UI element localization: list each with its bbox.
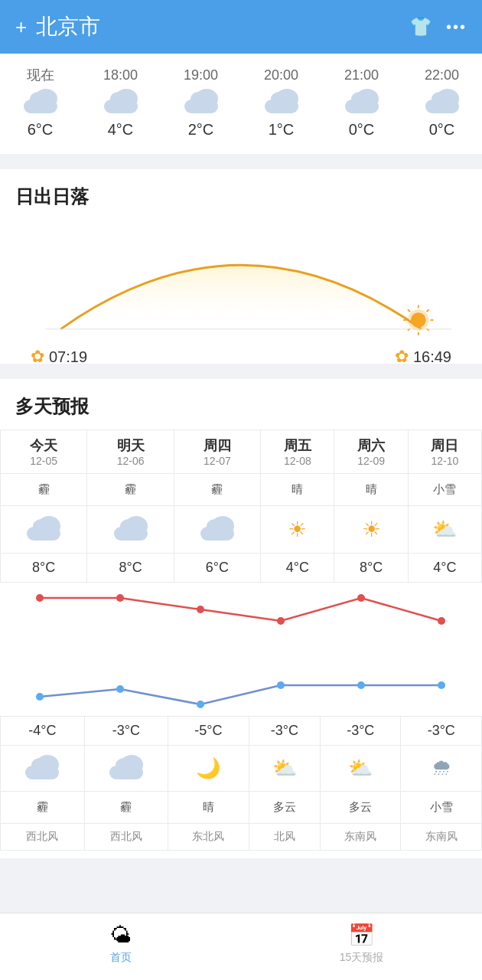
sunset-sun-icon: ✿: [395, 347, 409, 367]
hourly-icon-col-0: [0, 92, 80, 113]
forecast-high-1: 8°C: [87, 554, 174, 583]
night-partly-4: ⛅: [348, 756, 373, 780]
forecast-low-table: -4°C -3°C -5°C -3°C -3°C -3°C 🌙 ⛅ ⛅ 🌨 霾 …: [0, 716, 482, 851]
sunrise-time-text: 07:19: [49, 348, 87, 366]
sunrise-time: ✿ 07:19: [31, 347, 87, 367]
hourly-times-row: 现在 18:00 19:00 20:00 21:00 22:00: [0, 61, 482, 89]
hourly-temp-col-3: 1°C: [241, 116, 321, 143]
forecast-title: 多天预报: [0, 394, 482, 419]
clothing-icon[interactable]: 👕: [409, 16, 432, 38]
night-label-4: 多云: [321, 792, 401, 824]
hourly-col-3: 20:00: [241, 63, 321, 88]
sunrise-arc-svg: [31, 223, 451, 338]
forecast-nav-label: 15天预报: [340, 951, 384, 965]
trend-dot-high-0: [36, 594, 44, 602]
trend-dot-high-2: [197, 606, 204, 613]
hourly-temp-col-4: 0°C: [321, 116, 402, 143]
night-icon-3: ⛅: [249, 746, 320, 792]
add-city-button[interactable]: +: [15, 15, 27, 39]
forecast-day-row: 今天 12-05 明天 12-06 周四 12-07 周五 12-08 周六: [1, 430, 482, 474]
nav-home[interactable]: 🌤 首页: [0, 923, 241, 965]
hourly-temp-1: 4°C: [80, 116, 161, 143]
night-label-3: 多云: [249, 792, 320, 824]
hourly-time-5: 22:00: [402, 63, 482, 88]
hourly-col-5: 22:00: [402, 63, 482, 88]
forecast-high-2: 6°C: [174, 554, 260, 583]
hourly-time-2: 19:00: [161, 63, 241, 88]
forecast-cell-day-1: 明天 12-06: [87, 430, 174, 474]
wind-4: 东南风: [321, 824, 401, 851]
forecast-low-0: -4°C: [1, 717, 85, 746]
home-nav-icon: 🌤: [110, 923, 132, 948]
sunrise-section: 日出日落: [0, 169, 482, 364]
sunrise-sun-icon: ✿: [31, 347, 44, 367]
trend-chart-container: [0, 583, 482, 716]
trend-dot-low-0: [36, 693, 44, 701]
forecast-weather-5: 小雪: [408, 474, 481, 506]
header: + 北京市 👕 •••: [0, 0, 482, 54]
forecast-weather-1: 霾: [87, 474, 174, 506]
forecast-table: 今天 12-05 明天 12-06 周四 12-07 周五 12-08 周六: [0, 430, 482, 583]
forecast-weather-3: 晴: [261, 474, 334, 506]
divider-2: [0, 371, 482, 379]
hourly-time-4: 21:00: [321, 63, 402, 88]
trend-dot-low-1: [116, 685, 124, 693]
svg-line-6: [427, 309, 429, 312]
hourly-icon-col-5: [402, 92, 482, 113]
hourly-icon-col-4: [321, 92, 402, 113]
hourly-col-0: 现在: [0, 61, 80, 89]
sunrise-chart: ✿ 07:19 ✿ 16:49: [31, 223, 451, 345]
svg-line-4: [408, 309, 410, 312]
night-icon-4: ⛅: [321, 746, 401, 792]
high-temp-trend: [40, 598, 441, 621]
divider-1: [0, 162, 482, 169]
hourly-time-0: 现在: [0, 61, 80, 89]
night-icon-0: [1, 746, 85, 792]
hourly-col-4: 21:00: [321, 63, 402, 88]
forecast-snow-5: ⛅: [432, 518, 457, 541]
city-title: 北京市: [36, 12, 100, 41]
low-trend-chart-svg: [0, 655, 482, 716]
hourly-temp-5: 0°C: [402, 116, 482, 143]
cloud-icon-1: [104, 92, 138, 113]
trend-dot-high-5: [438, 617, 445, 625]
hourly-icon-col-1: [80, 92, 161, 113]
hourly-temp-2: 2°C: [161, 116, 241, 143]
hourly-temps-row: 6°C 4°C 2°C 1°C 0°C 0°C: [0, 116, 482, 143]
svg-line-5: [427, 328, 429, 331]
forecast-low-1: -3°C: [84, 717, 168, 746]
trend-dot-low-5: [438, 681, 445, 689]
hourly-temp-col-1: 4°C: [80, 116, 161, 143]
trend-chart-svg: [0, 583, 482, 659]
night-partly-3: ⛅: [272, 756, 297, 780]
header-right: 👕 •••: [409, 16, 467, 38]
wind-1: 西北风: [84, 824, 168, 851]
hourly-temp-col-5: 0°C: [402, 116, 482, 143]
bottom-nav: 🌤 首页 📅 15天预报: [0, 913, 482, 980]
forecast-weather-2: 霾: [174, 474, 260, 506]
forecast-cell-day-3: 周五 12-08: [261, 430, 334, 474]
cloud-icon-4: [345, 92, 379, 113]
forecast-section: 多天预报 今天 12-05 明天 12-06 周四 12-07 周五 12-0: [0, 379, 482, 858]
forecast-cloud-1: [114, 519, 148, 541]
sunrise-times: ✿ 07:19 ✿ 16:49: [31, 347, 451, 367]
forecast-nav-icon: 📅: [348, 923, 375, 948]
wind-3: 北风: [249, 824, 320, 851]
header-left: + 北京市: [15, 12, 100, 41]
forecast-cell-day-4: 周六 12-09: [334, 430, 408, 474]
forecast-high-3: 4°C: [261, 554, 334, 583]
hourly-temp-col-2: 2°C: [161, 116, 241, 143]
nav-forecast[interactable]: 📅 15天预报: [241, 923, 482, 965]
hourly-temp-4: 0°C: [321, 116, 402, 143]
trend-dot-low-3: [277, 681, 285, 689]
more-icon[interactable]: •••: [446, 18, 467, 36]
hourly-temp-3: 1°C: [241, 116, 321, 143]
trend-dot-low-4: [357, 681, 365, 689]
night-label-5: 小雪: [401, 792, 482, 824]
sunset-time: ✿ 16:49: [395, 347, 451, 367]
cloud-icon-0: [24, 92, 57, 113]
sun-circle: [411, 312, 426, 328]
hourly-temp-0: 6°C: [0, 116, 80, 143]
hourly-icons-row: [0, 89, 482, 116]
sunset-time-text: 16:49: [413, 348, 451, 366]
